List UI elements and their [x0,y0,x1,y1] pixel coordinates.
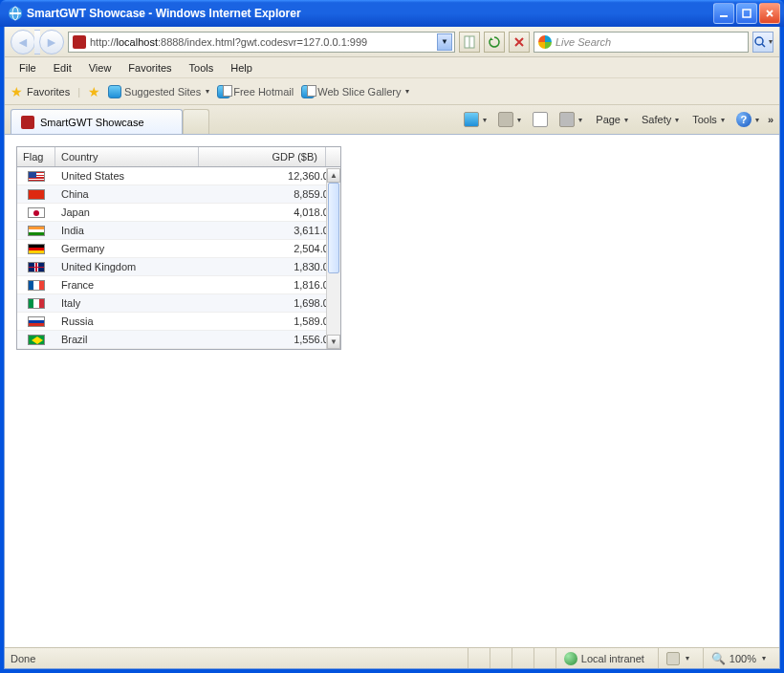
grid-header: Flag Country GDP ($B) [17,147,340,167]
table-row[interactable]: Russia1,589.00 [17,313,340,331]
address-bar[interactable]: http://localhost:8888/index.html?gwt.cod… [68,32,455,53]
menu-file[interactable]: File [11,59,45,76]
forward-button[interactable]: ► [39,30,64,54]
search-go-button[interactable]: ▾ [752,32,773,53]
globe-icon [564,652,577,665]
chevron-down-icon: ▾ [755,116,759,124]
chevron-down-icon: ▾ [721,116,725,124]
column-header-flag[interactable]: Flag [17,147,55,166]
maximize-button[interactable] [736,3,757,24]
close-button[interactable] [759,3,780,24]
home-button[interactable]: ▾ [461,109,490,130]
ie-page-icon [301,85,315,98]
suggested-sites-link[interactable]: Suggested Sites▾ [108,85,209,98]
web-slice-gallery-link[interactable]: Web Slice Gallery▾ [301,85,409,98]
tab-bar: SmartGWT Showcase ▾ ▾ ▾ Page▾ Safety▾ To… [5,105,779,134]
table-row[interactable]: Germany2,504.00 [17,240,340,258]
page-broken-icon [463,35,476,49]
cell-country: United States [55,167,199,185]
table-row[interactable]: United Kingdom1,830.00 [17,258,340,276]
cell-gdp: 3,611.00 [199,222,340,239]
compat-view-button[interactable] [459,32,480,53]
cell-country: Brazil [55,331,199,348]
ie-page-icon [217,85,230,98]
vertical-scrollbar[interactable]: ▲ ▼ [326,168,340,349]
scroll-up-button[interactable]: ▲ [327,168,340,183]
protected-mode[interactable]: ▾ [658,648,697,668]
cell-gdp: 8,859.00 [199,185,340,203]
scroll-down-button[interactable]: ▼ [327,335,340,349]
cell-gdp: 2,504.00 [199,240,340,257]
table-row[interactable]: Japan4,018.00 [17,204,340,222]
url-text: http://localhost:8888/index.html?gwt.cod… [90,36,433,48]
shield-icon [666,652,680,665]
tab-active[interactable]: SmartGWT Showcase [11,109,183,134]
chevron-down-icon: ▾ [483,116,487,124]
scroll-track[interactable] [327,183,340,335]
minimize-button[interactable] [713,3,734,24]
print-button[interactable]: ▾ [556,109,585,130]
favorites-button[interactable]: ★ Favorites [11,84,70,99]
search-placeholder: Live Search [555,36,611,48]
add-favorite-button[interactable]: ★ [88,84,100,99]
menu-tools[interactable]: Tools [181,59,223,76]
zoom-icon: 🔍 [711,652,726,665]
tab-title: SmartGWT Showcase [40,117,144,128]
bing-icon [538,35,552,49]
cell-gdp: 12,360.00 [199,167,340,185]
cell-country: Italy [55,294,199,312]
refresh-icon [488,35,501,49]
overflow-button[interactable]: » [768,114,773,125]
cell-flag [17,313,55,330]
site-favicon-icon [73,35,86,49]
table-row[interactable]: India3,611.00 [17,222,340,240]
table-row[interactable]: China8,859.00 [17,185,340,204]
read-mail-button[interactable] [530,109,551,130]
table-row[interactable]: France1,816.00 [17,276,340,294]
feeds-button[interactable]: ▾ [495,109,524,130]
cell-flag [17,204,55,221]
refresh-button[interactable] [484,32,505,53]
table-row[interactable]: Brazil1,556.00 [17,331,340,349]
search-input[interactable]: Live Search [534,32,749,53]
cell-flag [17,185,55,203]
back-button[interactable]: ◄ [11,30,35,54]
column-header-country[interactable]: Country [55,147,199,166]
new-tab-button[interactable] [183,109,209,134]
safety-menu[interactable]: Safety▾ [637,111,682,128]
cell-gdp: 1,556.00 [199,331,340,348]
svg-point-5 [755,37,763,45]
data-grid: Flag Country GDP ($B) United States12,36… [16,146,341,350]
cell-gdp: 1,816.00 [199,276,340,293]
scroll-thumb[interactable] [328,183,339,273]
mail-icon [533,112,548,127]
window-title: SmartGWT Showcase - Windows Internet Exp… [27,7,713,20]
table-row[interactable]: Italy1,698.00 [17,294,340,313]
home-icon [464,112,479,127]
address-dropdown-button[interactable]: ▼ [437,33,452,51]
cell-country: France [55,276,199,293]
chevron-down-icon: ▾ [686,654,689,662]
stop-button[interactable] [509,32,530,53]
zoom-control[interactable]: 🔍 100% ▾ [703,648,773,668]
rss-icon [498,112,513,127]
menu-view[interactable]: View [80,59,120,76]
flag-icon [28,207,45,218]
tools-menu[interactable]: Tools▾ [687,111,728,128]
page-menu[interactable]: Page▾ [591,111,631,128]
menu-edit[interactable]: Edit [45,59,80,76]
column-header-gdp[interactable]: GDP ($B) [199,147,326,166]
table-row[interactable]: United States12,360.00 [17,167,340,185]
menu-help[interactable]: Help [222,59,261,76]
free-hotmail-link[interactable]: Free Hotmail [217,85,294,98]
favorites-label: Favorites [27,86,70,98]
stop-icon [513,36,525,48]
magnifier-icon [753,35,767,49]
security-zone[interactable]: Local intranet [555,648,652,668]
help-button[interactable]: ?▾ [733,109,762,130]
cell-gdp: 4,018.00 [199,204,340,221]
menu-favorites[interactable]: Favorites [120,59,180,76]
flag-icon [28,335,45,345]
navigation-bar: ◄ ► http://localhost:8888/index.html?gwt… [5,27,779,57]
cell-country: China [55,185,199,203]
